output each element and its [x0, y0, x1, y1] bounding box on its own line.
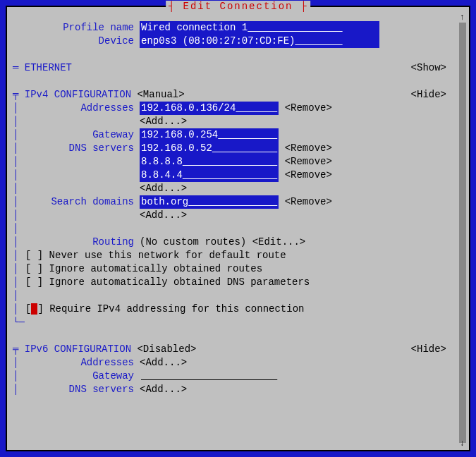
outer-frame: ┤ Edit Connection ├ ↑ ↓ Profile name Wir…: [0, 0, 476, 457]
ipv6-addresses-label: Addresses: [25, 356, 140, 370]
dns-input-2[interactable]: 8.8.4.4: [140, 169, 279, 182]
search-input-0[interactable]: both.org: [140, 195, 279, 209]
ipv4-hide-button[interactable]: <Hide>: [411, 88, 446, 102]
checkbox-label-2: Ignore automatically obtained routes: [49, 262, 262, 276]
search-add-button[interactable]: <Add...>: [140, 209, 187, 222]
cursor-icon: [31, 303, 37, 315]
window: ┤ Edit Connection ├ ↑ ↓ Profile name Wir…: [6, 6, 470, 451]
ipv6-marker: ╤: [13, 343, 25, 356]
scroll-up-icon[interactable]: ↑: [460, 13, 465, 23]
address-remove-0[interactable]: <Remove>: [285, 102, 332, 115]
search-label: Search domains: [25, 195, 140, 209]
ipv4-header: IPv4 CONFIGURATION: [25, 88, 131, 102]
ipv6-gateway-input[interactable]: [140, 370, 279, 383]
gateway-label: Gateway: [25, 128, 140, 142]
checkbox-label-1: Never use this network for default route: [49, 249, 286, 262]
content-area: Profile name Wired connection 1 Device e…: [13, 10, 463, 396]
routing-label: Routing: [25, 236, 140, 249]
checkbox-require-ipv4[interactable]: []: [25, 303, 49, 316]
ipv6-header: IPv6 CONFIGURATION: [25, 343, 131, 356]
dns-add-button[interactable]: <Add...>: [140, 182, 187, 195]
device-input[interactable]: enp0s3 (08:00:27:07:CD:FE): [140, 35, 379, 48]
dns-remove-0[interactable]: <Remove>: [285, 142, 332, 155]
scroll-down-icon[interactable]: ↓: [460, 439, 465, 449]
window-title: ┤ Edit Connection ├: [166, 1, 311, 12]
dns-label: DNS servers: [25, 142, 140, 155]
ipv6-hide-button[interactable]: <Hide>: [411, 343, 446, 356]
dns-remove-2[interactable]: <Remove>: [285, 169, 332, 182]
ipv6-mode-select[interactable]: <Disabled>: [137, 343, 196, 356]
dns-input-0[interactable]: 192.168.0.52: [140, 142, 279, 155]
routing-value: (No custom routes): [140, 236, 246, 249]
checkbox-label-4: Require IPv4 addressing for this connect…: [49, 303, 304, 316]
ipv4-marker: ╤: [13, 88, 25, 102]
ipv6-dns-label: DNS servers: [25, 383, 140, 396]
ipv6-gateway-label: Gateway: [25, 370, 140, 383]
ethernet-show-button[interactable]: <Show>: [411, 61, 446, 75]
ethernet-header: ETHERNET: [25, 61, 72, 75]
checkbox-label-3: Ignore automatically obtained DNS parame…: [49, 276, 310, 289]
ipv6-address-add[interactable]: <Add...>: [140, 356, 187, 370]
dns-input-1[interactable]: 8.8.8.8: [140, 155, 279, 169]
ipv4-mode-select[interactable]: <Manual>: [137, 88, 184, 102]
ethernet-marker: ═: [13, 61, 25, 75]
addresses-label: Addresses: [25, 102, 140, 115]
scrollbar[interactable]: [459, 23, 466, 443]
checkbox-ignore-dns[interactable]: [ ]: [25, 276, 49, 289]
search-remove-0[interactable]: <Remove>: [285, 195, 332, 209]
address-add-button[interactable]: <Add...>: [140, 115, 187, 128]
routing-edit-button[interactable]: <Edit...>: [252, 236, 306, 249]
ipv6-dns-add[interactable]: <Add...>: [140, 383, 187, 396]
device-label: Device: [13, 35, 140, 48]
checkbox-ignore-routes[interactable]: [ ]: [25, 262, 49, 276]
address-input-0[interactable]: 192.168.0.136/24: [140, 102, 279, 115]
gateway-input[interactable]: 192.168.0.254: [140, 128, 279, 142]
profile-name-label: Profile name: [13, 21, 140, 35]
dns-remove-1[interactable]: <Remove>: [285, 155, 332, 169]
profile-name-input[interactable]: Wired connection 1: [140, 21, 379, 35]
checkbox-default-route[interactable]: [ ]: [25, 249, 49, 262]
